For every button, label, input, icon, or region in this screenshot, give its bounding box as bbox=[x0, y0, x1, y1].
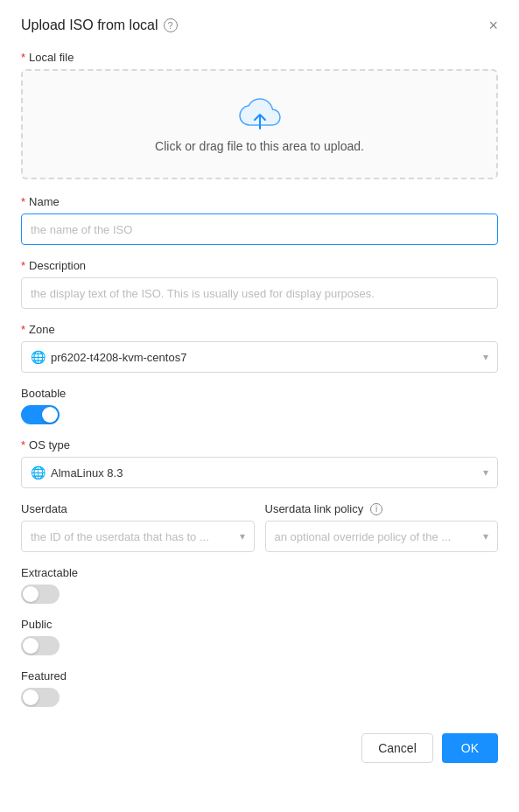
public-label: Public bbox=[21, 618, 498, 631]
name-field: * Name bbox=[21, 195, 498, 245]
bootable-toggle[interactable] bbox=[21, 405, 60, 424]
globe-icon-zone: 🌐 bbox=[31, 350, 46, 364]
required-star-desc: * bbox=[21, 259, 25, 272]
upload-iso-dialog: Upload ISO from local ? × * Local file C… bbox=[0, 0, 519, 812]
chevron-down-userdata: ▾ bbox=[240, 530, 245, 542]
zone-select[interactable]: 🌐 pr6202-t4208-kvm-centos7 ▾ bbox=[21, 341, 498, 373]
featured-toggle[interactable] bbox=[21, 688, 60, 707]
zone-selected-value: pr6202-t4208-kvm-centos7 bbox=[51, 351, 186, 364]
extractable-label: Extractable bbox=[21, 566, 498, 579]
description-input[interactable] bbox=[21, 277, 498, 309]
userdata-label: Userdata bbox=[21, 502, 255, 515]
featured-field: Featured bbox=[21, 669, 498, 707]
cancel-button[interactable]: Cancel bbox=[361, 733, 433, 763]
required-star: * bbox=[21, 51, 25, 64]
os-type-select[interactable]: 🌐 AlmaLinux 8.3 ▾ bbox=[21, 457, 498, 488]
chevron-down-os: ▾ bbox=[483, 466, 488, 479]
public-field: Public bbox=[21, 618, 498, 655]
upload-cloud-icon bbox=[239, 95, 281, 130]
public-toggle-container bbox=[21, 636, 498, 655]
userdata-link-policy-field: Userdata link policy i an optional overr… bbox=[265, 502, 499, 552]
bootable-toggle-knob bbox=[42, 407, 58, 423]
footer-buttons: Cancel OK bbox=[21, 733, 498, 763]
zone-label: * Zone bbox=[21, 323, 498, 336]
bootable-toggle-container bbox=[21, 405, 498, 424]
extractable-toggle[interactable] bbox=[21, 584, 60, 604]
zone-value-container: 🌐 pr6202-t4208-kvm-centos7 bbox=[31, 350, 186, 364]
featured-toggle-knob bbox=[23, 690, 39, 705]
extractable-field: Extractable bbox=[21, 566, 498, 604]
local-file-field: * Local file Click or drag file to this … bbox=[21, 51, 498, 179]
zone-field: * Zone 🌐 pr6202-t4208-kvm-centos7 ▾ bbox=[21, 323, 498, 373]
info-icon-userdata-link[interactable]: i bbox=[370, 503, 382, 515]
chevron-down-zone: ▾ bbox=[483, 351, 488, 363]
userdata-placeholder: the ID of the userdata that has to ... bbox=[31, 530, 209, 543]
ok-button[interactable]: OK bbox=[442, 733, 498, 763]
close-icon[interactable]: × bbox=[488, 18, 498, 33]
userdata-row: Userdata the ID of the userdata that has… bbox=[21, 502, 498, 552]
name-input[interactable] bbox=[21, 214, 498, 245]
upload-text: Click or drag file to this area to uploa… bbox=[155, 139, 364, 153]
userdata-field: Userdata the ID of the userdata that has… bbox=[21, 502, 255, 552]
description-field: * Description bbox=[21, 259, 498, 309]
featured-toggle-container bbox=[21, 688, 498, 707]
userdata-link-policy-label: Userdata link policy i bbox=[265, 502, 499, 515]
required-star-zone: * bbox=[21, 323, 25, 336]
dialog-title-row: Upload ISO from local ? bbox=[21, 18, 178, 33]
public-toggle[interactable] bbox=[21, 636, 60, 655]
public-toggle-knob bbox=[23, 638, 39, 654]
help-icon[interactable]: ? bbox=[164, 18, 178, 32]
required-star-os: * bbox=[21, 438, 25, 452]
extractable-toggle-container bbox=[21, 584, 498, 604]
userdata-link-policy-placeholder: an optional override policy of the ... bbox=[275, 530, 452, 543]
os-type-label: * OS type bbox=[21, 438, 498, 452]
os-type-selected-value: AlmaLinux 8.3 bbox=[51, 466, 123, 480]
bootable-label: Bootable bbox=[21, 387, 498, 400]
dialog-header: Upload ISO from local ? × bbox=[21, 18, 498, 33]
globe-icon-os: 🌐 bbox=[31, 466, 46, 480]
upload-area[interactable]: Click or drag file to this area to uploa… bbox=[21, 69, 498, 179]
local-file-label: * Local file bbox=[21, 51, 498, 64]
os-type-field: * OS type 🌐 AlmaLinux 8.3 ▾ bbox=[21, 438, 498, 488]
userdata-select[interactable]: the ID of the userdata that has to ... ▾ bbox=[21, 521, 255, 552]
bootable-field: Bootable bbox=[21, 387, 498, 424]
description-label: * Description bbox=[21, 259, 498, 272]
chevron-down-link-policy: ▾ bbox=[483, 530, 488, 542]
name-label: * Name bbox=[21, 195, 498, 208]
extractable-toggle-knob bbox=[23, 586, 39, 602]
dialog-title: Upload ISO from local bbox=[21, 18, 158, 33]
featured-label: Featured bbox=[21, 669, 498, 682]
userdata-link-policy-select[interactable]: an optional override policy of the ... ▾ bbox=[265, 521, 499, 552]
required-star-name: * bbox=[21, 195, 25, 208]
os-type-value-container: 🌐 AlmaLinux 8.3 bbox=[31, 466, 123, 480]
